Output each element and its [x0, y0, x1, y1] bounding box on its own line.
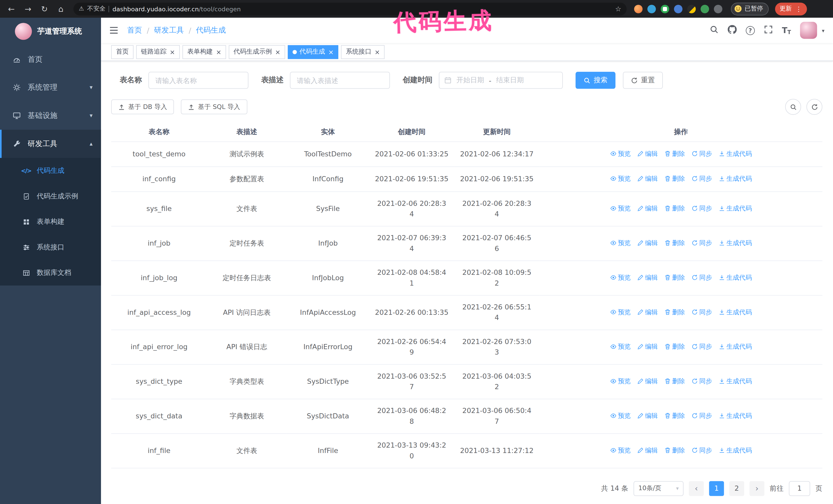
action-preview-link[interactable]: 预览: [610, 376, 630, 386]
extension-icon-1[interactable]: [634, 5, 643, 13]
back-icon[interactable]: ←: [4, 2, 19, 16]
import-db-button[interactable]: 基于 DB 导入: [111, 99, 174, 114]
action-delete-link[interactable]: 删除: [664, 272, 685, 283]
avatar-caret-icon[interactable]: ▾: [822, 27, 824, 33]
close-icon[interactable]: ×: [275, 49, 280, 55]
tag-home[interactable]: 首页: [111, 45, 134, 59]
action-generate-link[interactable]: 生成代码: [718, 203, 752, 213]
action-generate-link[interactable]: 生成代码: [718, 272, 752, 283]
action-delete-link[interactable]: 删除: [664, 445, 685, 455]
table-name-input[interactable]: [148, 72, 248, 89]
tag-codegen[interactable]: 代码生成×: [288, 45, 338, 59]
page-size-select[interactable]: 10条/页▾: [634, 481, 684, 496]
reset-button[interactable]: 重置: [623, 72, 663, 89]
sidebar-item-system[interactable]: 系统管理 ▾: [0, 73, 101, 101]
action-edit-link[interactable]: 编辑: [637, 445, 658, 455]
action-preview-link[interactable]: 预览: [610, 148, 630, 159]
refresh-icon[interactable]: [806, 99, 822, 115]
action-generate-link[interactable]: 生成代码: [718, 376, 752, 386]
search-button[interactable]: 搜索: [576, 72, 616, 89]
action-preview-link[interactable]: 预览: [610, 203, 630, 213]
bookmark-star-icon[interactable]: ☆: [615, 5, 621, 13]
home-icon[interactable]: ⌂: [54, 2, 68, 16]
sidebar-item-devtools[interactable]: 研发工具 ▴: [0, 130, 101, 158]
action-edit-link[interactable]: 编辑: [637, 173, 658, 184]
action-delete-link[interactable]: 删除: [664, 237, 685, 248]
font-size-icon[interactable]: TT: [782, 26, 791, 35]
action-edit-link[interactable]: 编辑: [637, 272, 658, 283]
breadcrumb-devtools[interactable]: 研发工具: [154, 26, 184, 35]
tag-tracing[interactable]: 链路追踪×: [136, 45, 180, 59]
action-generate-link[interactable]: 生成代码: [718, 341, 752, 352]
kebab-menu-icon[interactable]: ⋮: [795, 5, 802, 13]
action-sync-link[interactable]: 同步: [691, 203, 712, 213]
action-edit-link[interactable]: 编辑: [637, 237, 658, 248]
action-preview-link[interactable]: 预览: [610, 237, 630, 248]
avatar[interactable]: [800, 22, 817, 39]
sidebar-item-infra[interactable]: 基础设施 ▾: [0, 101, 101, 130]
action-sync-link[interactable]: 同步: [691, 173, 712, 184]
hide-search-icon[interactable]: [785, 99, 801, 115]
reload-icon[interactable]: ↻: [37, 2, 51, 16]
sidebar-item-api[interactable]: 系统接口: [0, 235, 101, 260]
action-sync-link[interactable]: 同步: [691, 445, 712, 455]
action-edit-link[interactable]: 编辑: [637, 341, 658, 352]
forward-icon[interactable]: →: [21, 2, 35, 16]
hamburger-icon[interactable]: [109, 26, 118, 35]
action-preview-link[interactable]: 预览: [610, 173, 630, 184]
close-icon[interactable]: ×: [216, 49, 221, 55]
extension-icon-3[interactable]: [661, 5, 669, 13]
app-logo[interactable]: 芋道管理系统: [0, 18, 101, 45]
action-edit-link[interactable]: 编辑: [637, 307, 658, 317]
import-sql-button[interactable]: 基于 SQL 导入: [181, 99, 247, 114]
extension-icon-4[interactable]: [674, 5, 683, 13]
prev-page-button[interactable]: ‹: [689, 481, 704, 496]
action-sync-link[interactable]: 同步: [691, 341, 712, 352]
action-delete-link[interactable]: 删除: [664, 173, 685, 184]
chrome-update-button[interactable]: 更新 ⋮: [775, 2, 807, 15]
action-delete-link[interactable]: 删除: [664, 376, 685, 386]
close-icon[interactable]: ×: [170, 49, 175, 55]
action-generate-link[interactable]: 生成代码: [718, 237, 752, 248]
action-preview-link[interactable]: 预览: [610, 341, 630, 352]
action-generate-link[interactable]: 生成代码: [718, 410, 752, 421]
extension-icon-6[interactable]: [700, 5, 709, 13]
action-delete-link[interactable]: 删除: [664, 307, 685, 317]
action-preview-link[interactable]: 预览: [610, 410, 630, 421]
action-edit-link[interactable]: 编辑: [637, 148, 658, 159]
action-edit-link[interactable]: 编辑: [637, 410, 658, 421]
action-edit-link[interactable]: 编辑: [637, 376, 658, 386]
extension-icon-7[interactable]: [714, 5, 722, 13]
action-generate-link[interactable]: 生成代码: [718, 148, 752, 159]
tag-codegen-example[interactable]: 代码生成示例×: [229, 45, 285, 59]
close-icon[interactable]: ×: [328, 49, 334, 55]
action-delete-link[interactable]: 删除: [664, 148, 685, 159]
action-preview-link[interactable]: 预览: [610, 445, 630, 455]
action-generate-link[interactable]: 生成代码: [718, 173, 752, 184]
breadcrumb-home[interactable]: 首页: [127, 26, 142, 35]
date-range-picker[interactable]: 开始日期 - 结束日期: [439, 72, 563, 89]
action-sync-link[interactable]: 同步: [691, 307, 712, 317]
github-icon[interactable]: [728, 25, 737, 36]
fullscreen-icon[interactable]: [764, 25, 773, 36]
goto-page-input[interactable]: [789, 481, 810, 496]
action-delete-link[interactable]: 删除: [664, 341, 685, 352]
action-sync-link[interactable]: 同步: [691, 272, 712, 283]
page-button-2[interactable]: 2: [729, 481, 744, 496]
action-preview-link[interactable]: 预览: [610, 272, 630, 283]
help-icon[interactable]: ?: [746, 26, 755, 35]
action-delete-link[interactable]: 删除: [664, 410, 685, 421]
close-icon[interactable]: ×: [375, 49, 380, 55]
sidebar-item-codegen[interactable]: </> 代码生成: [0, 158, 101, 184]
tag-api[interactable]: 系统接口×: [341, 45, 385, 59]
action-sync-link[interactable]: 同步: [691, 410, 712, 421]
extension-icon-5[interactable]: [687, 5, 696, 13]
tag-form-builder[interactable]: 表单构建×: [183, 45, 226, 59]
profile-paused-chip[interactable]: 已暂停: [731, 2, 768, 15]
action-delete-link[interactable]: 删除: [664, 203, 685, 213]
action-sync-link[interactable]: 同步: [691, 148, 712, 159]
action-edit-link[interactable]: 编辑: [637, 203, 658, 213]
extension-icon-2[interactable]: [647, 5, 656, 13]
next-page-button[interactable]: ›: [749, 481, 764, 496]
search-icon[interactable]: [710, 25, 718, 36]
